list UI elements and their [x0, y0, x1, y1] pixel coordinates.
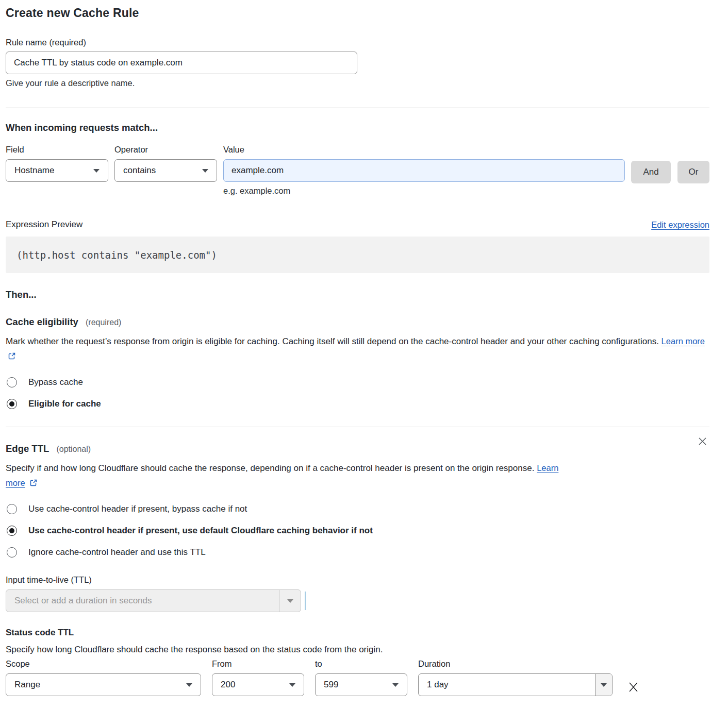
to-select-value: 599: [324, 680, 338, 690]
radio-icon: [7, 377, 17, 387]
ttl-duration-placeholder: Select or add a duration in seconds: [6, 596, 279, 606]
expression-preview-box: (http.host contains "example.com"): [6, 237, 709, 273]
match-row: Field Hostname Operator contains Value e…: [6, 145, 709, 196]
field-label: Field: [6, 145, 108, 155]
radio-icon: [7, 547, 17, 558]
status-code-ttl-description: Specify how long Cloudflare should cache…: [6, 645, 709, 655]
edge-ttl-heading: Edge TTL (optional): [6, 443, 91, 454]
edit-expression-link[interactable]: Edit expression: [651, 220, 709, 230]
required-tag: (required): [86, 318, 121, 327]
radio-selected-icon: [7, 399, 17, 409]
operator-select[interactable]: contains: [114, 159, 217, 182]
chevron-down-icon: [392, 683, 399, 687]
chevron-down-icon: [186, 683, 192, 687]
edge-ttl-title: Edge TTL: [6, 443, 49, 454]
operator-select-value: contains: [123, 165, 156, 176]
cache-eligibility-learn-more-link[interactable]: Learn more: [661, 336, 705, 346]
radio-selected-icon: [7, 526, 17, 536]
from-select[interactable]: 200: [212, 673, 304, 696]
to-column: to 599: [315, 659, 407, 696]
status-code-ttl-heading: Status code TTL: [6, 628, 709, 638]
field-select-value: Hostname: [14, 165, 54, 176]
expression-preview-label: Expression Preview: [6, 220, 82, 230]
edge-ttl-description-text: Specify if and how long Cloudflare shoul…: [6, 463, 534, 473]
radio-ignore-header-use-ttl[interactable]: Ignore cache-control header and use this…: [6, 547, 709, 558]
rule-name-help: Give your rule a descriptive name.: [6, 78, 709, 88]
scope-column: Scope Range: [6, 659, 201, 696]
radio-label: Ignore cache-control header and use this…: [28, 547, 206, 558]
radio-icon: [7, 504, 17, 514]
operator-column: Operator contains: [114, 145, 217, 182]
rule-name-label: Rule name (required): [6, 38, 709, 47]
from-select-value: 200: [221, 680, 235, 690]
radio-eligible-for-cache[interactable]: Eligible for cache: [6, 399, 709, 409]
value-input[interactable]: [223, 159, 625, 182]
value-column: Value e.g. example.com: [223, 145, 625, 196]
duration-label: Duration: [418, 659, 613, 669]
chevron-down-icon: [601, 683, 607, 687]
caret-indicator: [305, 592, 306, 610]
radio-label: Bypass cache: [28, 377, 83, 387]
close-icon: [698, 436, 707, 446]
chevron-down-icon: [287, 599, 293, 603]
from-column: From 200: [212, 659, 304, 696]
cache-eligibility-title: Cache eligibility: [6, 316, 78, 327]
close-edge-ttl-button[interactable]: [696, 434, 709, 450]
or-button[interactable]: Or: [677, 161, 709, 183]
radio-label: Use cache-control header if present, use…: [28, 526, 373, 536]
rule-name-input[interactable]: [6, 52, 357, 74]
expression-header: Expression Preview Edit expression: [6, 220, 709, 230]
scope-select-value: Range: [14, 680, 40, 690]
scope-select[interactable]: Range: [6, 673, 201, 696]
edge-ttl-options: Use cache-control header if present, byp…: [6, 504, 709, 558]
radio-use-header-default[interactable]: Use cache-control header if present, use…: [6, 526, 709, 536]
duration-column: Duration 1 day: [418, 659, 613, 696]
value-help: e.g. example.com: [223, 186, 625, 196]
ttl-input-row: Select or add a duration in seconds: [6, 589, 709, 612]
ttl-dropdown-arrow-button: [279, 590, 301, 612]
operator-label: Operator: [114, 145, 217, 155]
edge-ttl-header: Edge TTL (optional): [6, 427, 709, 454]
delete-status-ttl-row-button[interactable]: [625, 679, 641, 697]
edge-ttl-description: Specify if and how long Cloudflare shoul…: [6, 461, 573, 491]
section-divider: [6, 108, 709, 108]
external-link-icon: [29, 479, 38, 487]
from-label: From: [212, 659, 304, 669]
cache-eligibility-description: Mark whether the request’s response from…: [6, 334, 709, 364]
radio-bypass-cache[interactable]: Bypass cache: [6, 377, 709, 387]
ttl-duration-select: Select or add a duration in seconds: [6, 589, 301, 612]
chevron-down-icon: [202, 169, 208, 173]
ttl-input-label: Input time-to-live (TTL): [6, 575, 709, 585]
duration-select-value: 1 day: [419, 680, 595, 690]
radio-label: Eligible for cache: [28, 399, 101, 409]
cache-eligibility-heading: Cache eligibility (required): [6, 316, 709, 328]
page-title: Create new Cache Rule: [6, 6, 709, 20]
chevron-down-icon: [93, 169, 100, 173]
optional-tag: (optional): [56, 445, 91, 453]
then-heading: Then...: [6, 289, 709, 300]
expression-code: (http.host contains "example.com"): [16, 249, 217, 261]
value-label: Value: [223, 145, 625, 155]
create-cache-rule-form: Create new Cache Rule Rule name (require…: [0, 0, 728, 709]
cache-eligibility-options: Bypass cache Eligible for cache: [6, 377, 709, 409]
cache-eligibility-description-text: Mark whether the request’s response from…: [6, 336, 659, 346]
duration-dropdown-arrow-button[interactable]: [595, 674, 612, 696]
and-button[interactable]: And: [631, 161, 671, 183]
radio-use-header-bypass[interactable]: Use cache-control header if present, byp…: [6, 504, 709, 514]
radio-label: Use cache-control header if present, byp…: [28, 504, 247, 514]
to-label: to: [315, 659, 407, 669]
to-select[interactable]: 599: [315, 673, 407, 696]
match-heading: When incoming requests match...: [6, 122, 709, 133]
scope-label: Scope: [6, 659, 201, 669]
delete-x-icon: [627, 681, 639, 693]
field-select[interactable]: Hostname: [6, 159, 108, 182]
field-column: Field Hostname: [6, 145, 108, 182]
duration-select[interactable]: 1 day: [418, 673, 613, 696]
external-link-icon: [8, 352, 16, 360]
chevron-down-icon: [289, 683, 295, 687]
status-code-ttl-row: Scope Range From 200 to 599 Duration 1 d…: [6, 659, 709, 697]
